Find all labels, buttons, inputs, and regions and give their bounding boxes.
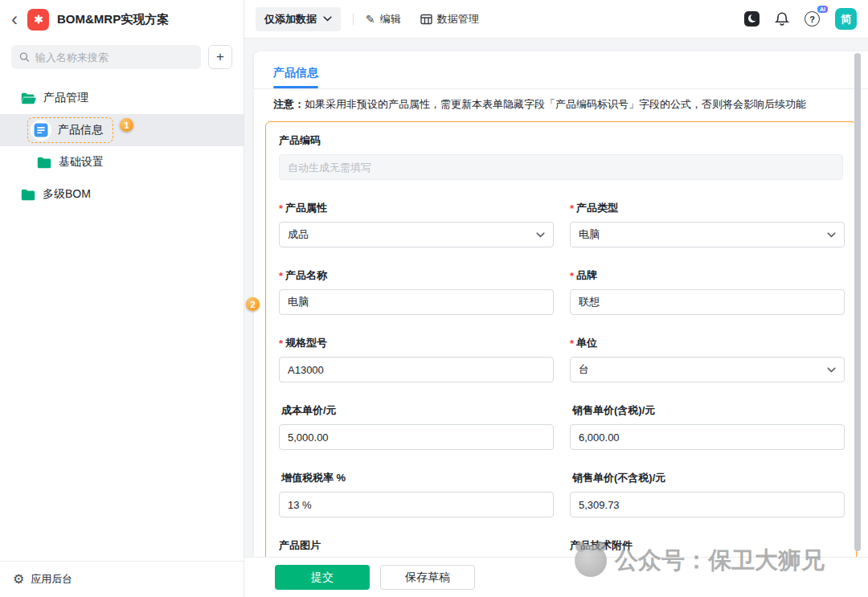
notice-text: 注意：如果采用非预设的产品属性，需更新本表单隐藏字段「产品编码标识号」字段的公式… [273,97,849,112]
field-tech-attachment: 产品技术附件 选择 拖拽或单击后粘贴文件，单个500MB以内 [570,538,845,558]
sale-price-no-tax-input[interactable] [570,492,845,517]
pencil-icon: ✎ [366,14,375,25]
sidebar: ‹ BOM&MRP实现方案 + [0,0,244,597]
field-product-code: 产品编码 [279,133,843,180]
spec-model-input[interactable] [279,357,554,382]
sidebar-header: ‹ BOM&MRP实现方案 [0,0,244,39]
brand-input[interactable] [570,289,845,315]
sidebar-item-basic-settings[interactable]: 基础设置 [0,146,244,178]
field-unit: *单位 台 [570,336,845,382]
field-label: 产品编码 [279,133,321,148]
field-spec-model: *规格型号 [279,336,554,382]
form-doc-icon [31,120,51,141]
edit-button-label: 编辑 [380,12,401,27]
app-logo-icon [27,9,49,31]
chevron-down-icon [536,232,545,238]
app-title: BOM&MRP实现方案 [57,12,169,27]
field-brand: *品牌 [570,268,845,315]
add-data-mode-button[interactable]: 仅添加数据 [256,7,341,31]
product-type-select[interactable]: 电脑 [570,222,845,247]
app-backend-button[interactable]: ⚙ 应用后台 [0,561,244,597]
tree-item-label: 基础设置 [59,155,104,170]
sidebar-item-multilevel-bom[interactable]: 多级BOM [0,178,244,211]
data-manage-label: 数据管理 [437,12,479,27]
field-sale-price-no-tax: 销售单价(不含税)/元 [570,471,845,517]
ai-badge: AI [817,6,828,13]
field-sale-price-with-tax: 销售单价(含税)/元 [570,403,845,450]
field-product-image: 产品图片 选择 拖拽或单击后粘贴图片，单张20MB以内 [279,538,554,558]
gear-icon: ⚙ [13,573,24,586]
field-product-type: *产品类型 电脑 [570,201,845,247]
tree-item-label: 产品信息 [58,123,103,137]
field-vat-rate: 增值税税率 % [279,471,554,517]
moon-icon [748,14,756,22]
form-footer: 提交 保存草稿 [244,558,868,597]
product-code-input [279,154,843,180]
account-avatar[interactable]: 简 [835,8,857,30]
add-button[interactable]: + [208,45,232,69]
edit-button[interactable]: ✎ 编辑 [366,12,401,27]
product-attribute-select[interactable]: 成品 [279,222,554,247]
search-input-field[interactable] [35,51,193,63]
form-fields-group: 产品编码 *产品属性 成品 *产品类型 电脑 [265,121,857,558]
form-card: 产品信息 注意：如果采用非预设的产品属性，需更新本表单隐藏字段「产品编码标识号」… [254,51,868,558]
mode-button-label: 仅添加数据 [264,12,317,27]
chevron-down-icon [827,367,836,373]
form-tab-row: 产品信息 [254,51,868,89]
back-icon[interactable]: ‹ [11,10,18,29]
unit-select[interactable]: 台 [570,357,845,382]
tab-label: 产品信息 [273,66,318,79]
search-icon [19,51,30,63]
sale-price-with-tax-input[interactable] [570,424,845,450]
field-product-name: *产品名称 [279,268,554,315]
topbar: 仅添加数据 ✎ 编辑 数据管理 ? AI 简 [244,0,868,39]
theme-toggle-icon[interactable] [744,11,760,27]
divider [353,14,354,25]
chevron-down-icon [323,16,332,22]
product-name-input[interactable] [279,289,554,315]
field-cost-price: 成本单价/元 [279,403,554,450]
vat-rate-input[interactable] [279,492,554,517]
sidebar-tree: 产品管理 产品信息 基础设置 多级BOM [0,77,244,211]
chevron-down-icon [827,232,836,238]
cost-price-input[interactable] [279,424,554,450]
folder-icon [37,157,51,169]
data-manage-button[interactable]: 数据管理 [420,12,479,27]
help-button[interactable]: ? AI [805,11,820,27]
scrollbar[interactable] [854,53,861,551]
selected-item-outline: 产品信息 [27,117,113,143]
folder-icon [21,189,35,201]
submit-button[interactable]: 提交 [275,565,370,590]
tree-item-label: 多级BOM [43,187,91,202]
search-input[interactable] [11,45,201,69]
field-product-attribute: *产品属性 成品 [279,201,554,247]
tab-active-indicator [273,86,318,88]
sidebar-search-row: + [0,39,244,77]
app-root: ‹ BOM&MRP实现方案 + [0,0,868,597]
sidebar-item-product-management[interactable]: 产品管理 [0,82,244,114]
save-draft-button[interactable]: 保存草稿 [380,565,475,590]
tab-product-info[interactable]: 产品信息 [273,66,318,88]
question-mark-icon: ? [805,11,820,27]
callout-2: 2 [246,297,260,311]
app-backend-label: 应用后台 [31,572,72,587]
folder-open-icon [21,92,36,104]
tree-item-label: 产品管理 [43,91,88,105]
table-grid-icon [420,14,432,25]
bell-icon[interactable] [775,11,789,27]
topbar-right: ? AI 简 [744,8,857,30]
callout-1: 1 [120,118,133,132]
